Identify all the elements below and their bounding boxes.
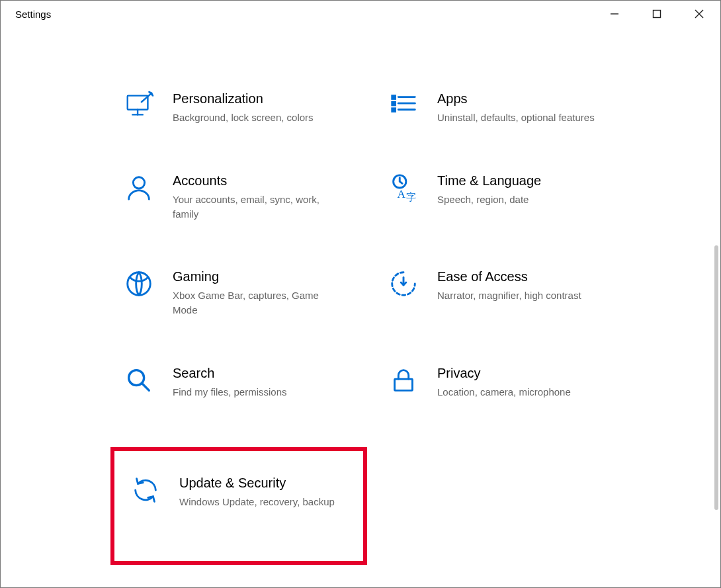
minimize-button[interactable] (593, 1, 636, 27)
category-title: Ease of Access (437, 269, 609, 284)
category-desc: Uninstall, defaults, optional features (437, 110, 609, 125)
accounts-icon (122, 173, 155, 206)
svg-point-17 (128, 273, 151, 296)
gaming-icon (122, 269, 155, 302)
settings-content: Personalization Background, lock screen,… (1, 27, 720, 587)
close-icon (695, 9, 704, 19)
category-desc: Windows Update, recovery, backup (179, 495, 351, 509)
category-accounts[interactable]: Accounts Your accounts, email, sync, wor… (120, 169, 364, 226)
close-button[interactable] (678, 1, 720, 27)
category-desc: Your accounts, email, sync, work, family (173, 192, 345, 222)
category-title: Privacy (437, 365, 609, 381)
category-desc: Location, camera, microphone (437, 385, 609, 399)
category-title: Personalization (173, 91, 345, 106)
category-title: Apps (437, 91, 609, 106)
update-security-icon (129, 475, 162, 508)
category-title: Time & Language (437, 173, 609, 189)
apps-icon (387, 91, 420, 124)
svg-rect-8 (392, 102, 396, 105)
window-controls (593, 1, 720, 27)
settings-grid: Personalization Background, lock screen,… (120, 87, 720, 556)
search-icon (122, 365, 155, 398)
category-desc: Find my files, permissions (173, 385, 345, 399)
svg-text:字: 字 (406, 191, 416, 202)
svg-rect-9 (392, 108, 396, 112)
category-apps[interactable]: Apps Uninstall, defaults, optional featu… (384, 87, 629, 129)
category-title: Accounts (173, 173, 345, 189)
time-language-icon: A 字 (387, 173, 420, 206)
category-desc: Narrator, magnifier, high contrast (437, 288, 609, 303)
category-personalization[interactable]: Personalization Background, lock screen,… (120, 87, 364, 129)
svg-rect-4 (128, 96, 148, 110)
maximize-icon (652, 9, 661, 19)
svg-rect-7 (392, 96, 396, 99)
ease-of-access-icon (387, 269, 420, 302)
category-title: Gaming (173, 269, 345, 284)
category-time-language[interactable]: A 字 Time & Language Speech, region, date (384, 169, 629, 211)
titlebar: Settings (1, 1, 720, 27)
category-desc: Speech, region, date (437, 192, 609, 207)
privacy-icon (387, 365, 420, 398)
category-gaming[interactable]: Gaming Xbox Game Bar, captures, Game Mod… (120, 265, 364, 321)
maximize-button[interactable] (636, 1, 678, 27)
settings-window: Settings (0, 0, 721, 588)
category-search[interactable]: Search Find my files, permissions (120, 361, 364, 403)
minimize-icon (610, 9, 619, 19)
svg-rect-1 (654, 11, 661, 18)
scrollbar[interactable] (714, 245, 718, 510)
category-privacy[interactable]: Privacy Location, camera, microphone (384, 361, 629, 403)
category-ease-of-access[interactable]: Ease of Access Narrator, magnifier, high… (384, 265, 629, 307)
window-title: Settings (15, 9, 51, 20)
personalization-icon (122, 91, 155, 124)
category-title: Search (173, 365, 345, 381)
svg-text:A: A (397, 188, 405, 200)
svg-rect-20 (395, 379, 413, 390)
svg-point-13 (133, 177, 144, 188)
category-title: Update & Security (179, 475, 351, 491)
category-update-security[interactable]: Update & Security Windows Update, recove… (120, 456, 358, 556)
category-desc: Background, lock screen, colors (173, 110, 345, 125)
svg-line-19 (142, 384, 149, 391)
category-desc: Xbox Game Bar, captures, Game Mode (173, 288, 345, 317)
